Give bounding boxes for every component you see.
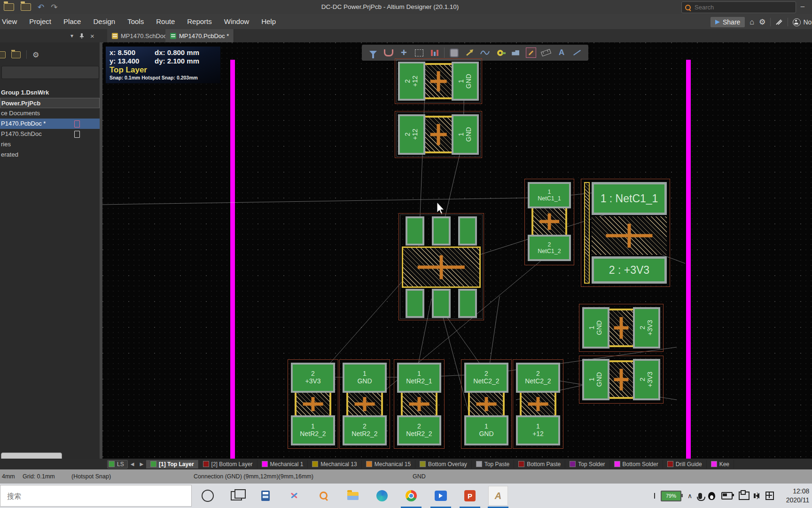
layer-tab-bottom-overlay[interactable]: Bottom Overlay <box>415 460 472 468</box>
component-res-bottom-2[interactable]: 1GND 2NetR2_2 <box>339 359 390 449</box>
component-ic-center[interactable] <box>398 213 484 320</box>
menu-design[interactable]: Design <box>87 14 121 29</box>
via-icon[interactable] <box>495 47 506 58</box>
layer-tab-bottom-layer[interactable]: [2] Bottom Layer <box>199 460 258 468</box>
pad-stack-icon[interactable] <box>429 47 440 58</box>
panel-pin-icon[interactable] <box>79 33 84 39</box>
pad[interactable]: 2NetR2_2 <box>397 415 441 445</box>
global-search-box[interactable] <box>681 1 796 13</box>
pad[interactable]: 1NetR2_2 <box>291 415 335 445</box>
layer-tab-drill-guide[interactable]: Drill Guide <box>663 460 707 468</box>
tree-item-source-documents[interactable]: ce Documents <box>0 108 100 119</box>
component-cap-right-small[interactable]: 1NetC1_1 2NetC1_2 <box>524 179 574 265</box>
microphone-icon[interactable] <box>698 493 702 499</box>
tab-mp1470-pcbdoc[interactable]: MP1470.PcbDoc * <box>165 29 234 42</box>
menu-project[interactable]: Project <box>23 14 57 29</box>
qq-icon[interactable] <box>708 492 715 500</box>
pad[interactable]: 1GND <box>464 415 508 445</box>
share-button[interactable]: Share <box>710 17 745 27</box>
selection-rect-icon[interactable] <box>414 47 425 58</box>
layer-tab-bottom-solder[interactable]: Bottom Solder <box>610 460 663 468</box>
pad[interactable]: 1NetR2_1 <box>397 363 441 393</box>
taskbar-search-input[interactable] <box>6 492 177 500</box>
tree-item-workspace[interactable]: Group 1.DsnWrk <box>0 87 100 98</box>
speaker-icon[interactable] <box>756 493 759 499</box>
tree-item-schdoc[interactable]: P1470.SchDoc <box>0 129 100 139</box>
component-cap-top-2[interactable]: 2+12 1GND <box>395 111 482 158</box>
pad[interactable]: 2NetR2_2 <box>343 415 387 445</box>
polygon-pour-icon[interactable] <box>510 47 521 58</box>
layer-tab-top-solder[interactable]: Top Solder <box>565 460 609 468</box>
menu-route[interactable]: Route <box>150 14 181 29</box>
component-cap-top-1[interactable]: 2+12 1GND <box>395 58 482 104</box>
layer-tab-keepout[interactable]: Kee <box>707 460 734 468</box>
component-cap-right-large[interactable]: 1 : NetC1_1 2 : +3V3 <box>581 179 670 287</box>
panel-settings-gear-icon[interactable]: ⚙ <box>32 50 39 59</box>
layer-set-button[interactable]: LS <box>107 460 128 468</box>
string-text-icon[interactable]: A <box>556 47 567 58</box>
snipping-tool-icon[interactable] <box>285 486 304 505</box>
snap-magnet-icon[interactable] <box>383 47 394 58</box>
pad[interactable]: 2NetC2_2 <box>464 363 508 393</box>
line-icon[interactable] <box>571 47 583 58</box>
display-icon[interactable] <box>739 492 750 500</box>
tune-route-icon[interactable] <box>479 47 491 58</box>
pad[interactable]: 2NetC2_2 <box>516 363 560 393</box>
battery-tray-icon[interactable] <box>721 492 733 500</box>
menu-place[interactable]: Place <box>57 14 87 29</box>
layer-tab-mechanical-13[interactable]: Mechanical 13 <box>308 460 361 468</box>
component-res-bottom-1[interactable]: 2+3V3 1NetR2_2 <box>288 359 338 449</box>
tray-expand-chevron-icon[interactable]: ∧ <box>687 492 692 500</box>
tree-item-libraries[interactable]: ries <box>0 139 100 150</box>
menu-reports[interactable]: Reports <box>181 14 218 29</box>
altium-designer-taskbar-icon[interactable]: A <box>489 486 508 505</box>
home-icon[interactable]: ⌂ <box>750 18 754 26</box>
menu-window[interactable]: Window <box>218 14 255 29</box>
gear-icon[interactable]: ⚙ <box>759 18 765 26</box>
layer-tab-top-layer[interactable]: [1] Top Layer <box>146 460 198 468</box>
chrome-icon[interactable] <box>402 486 421 505</box>
place-component-icon[interactable] <box>449 47 460 58</box>
layer-tab-bottom-paste[interactable]: Bottom Paste <box>514 460 565 468</box>
global-search-input[interactable] <box>694 3 771 11</box>
open-project-folder-icon[interactable] <box>11 51 21 58</box>
layer-scroll-left-icon[interactable]: ◀ <box>128 461 137 467</box>
pad[interactable]: 1GND <box>582 359 609 400</box>
pad[interactable]: 1GND <box>343 363 387 393</box>
component-cap-right-bottom-1[interactable]: 1GND 2+3V3 <box>579 304 664 352</box>
pcb-editor-canvas[interactable]: x: 8.500dx: 0.800 mm y: 13.400dy: 2.100 … <box>102 42 812 459</box>
ime-input-icon[interactable] <box>765 492 774 500</box>
pad[interactable]: 2+3V3 <box>291 363 335 393</box>
taskbar-search-box[interactable] <box>0 485 192 507</box>
cortana-icon[interactable] <box>198 486 217 505</box>
pad[interactable]: 1 : NetC1_1 <box>592 182 667 215</box>
pad[interactable]: 1+12 <box>516 415 560 445</box>
pad[interactable]: 2+3V3 <box>633 307 660 349</box>
layer-tab-mechanical-15[interactable]: Mechanical 15 <box>362 460 415 468</box>
component-cap-bottom-5[interactable]: 2NetC2_2 1+12 <box>513 359 563 449</box>
menu-help[interactable]: Help <box>255 14 282 29</box>
tree-item-pcbdoc[interactable]: P1470.PcbDoc * <box>0 119 100 129</box>
taskbar-clock[interactable]: 12:08 2020/11 <box>780 487 809 505</box>
tree-item-generated[interactable]: erated <box>0 150 100 160</box>
tab-mp1470-schdoc[interactable]: MP1470.SchDoc <box>107 29 172 42</box>
panel-dropdown-icon[interactable]: ▾ <box>70 32 73 39</box>
pad[interactable]: 2+3V3 <box>633 359 660 400</box>
projects-filter-input[interactable] <box>1 66 99 79</box>
component-res-bottom-3[interactable]: 1NetR2_1 2NetR2_2 <box>394 359 445 449</box>
search-app-icon[interactable] <box>314 486 333 505</box>
menu-tools[interactable]: Tools <box>121 14 150 29</box>
minimize-button[interactable]: – <box>796 1 809 12</box>
project-icon[interactable] <box>0 51 6 58</box>
powerpoint-icon[interactable]: P <box>461 486 479 505</box>
pad[interactable]: 2NetC1_2 <box>528 235 571 261</box>
screen-recorder-icon[interactable] <box>431 486 450 505</box>
pad[interactable]: 1NetC1_1 <box>528 182 571 208</box>
edit-tool-icon[interactable] <box>525 47 537 58</box>
edge-icon[interactable] <box>373 486 391 505</box>
pad[interactable]: 2 : +3V3 <box>592 256 667 284</box>
notifications-icon[interactable] <box>775 19 783 25</box>
task-view-icon[interactable] <box>227 486 246 505</box>
pad[interactable]: 1GND <box>582 307 609 349</box>
account-button[interactable]: No <box>793 18 812 26</box>
